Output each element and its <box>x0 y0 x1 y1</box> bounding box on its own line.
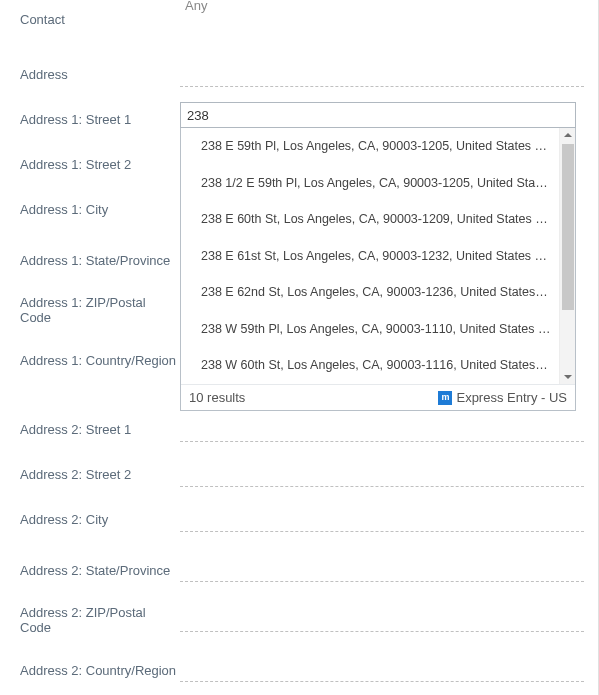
field-label-a1_city: Address 1: City <box>20 202 180 218</box>
suggestions-footer: 10 results m Express Entry - US <box>181 384 575 410</box>
field-row-address: Address <box>0 55 598 95</box>
suggestion-item[interactable]: 238 E 60th St, Los Angeles, CA, 90003-12… <box>201 207 575 231</box>
field-value-a2_state[interactable] <box>180 558 584 582</box>
suggestions-scrollbar[interactable] <box>559 128 575 384</box>
suggestion-item[interactable]: 238 E 62nd St, Los Angeles, CA, 90003-12… <box>201 280 575 304</box>
field-value-contact <box>180 8 584 32</box>
field-label-a1_street2: Address 1: Street 2 <box>20 157 180 173</box>
provider-label: m Express Entry - US <box>438 390 567 405</box>
field-value-address[interactable] <box>180 63 584 87</box>
suggestion-item[interactable]: 238 1/2 E 59th Pl, Los Angeles, CA, 9000… <box>201 171 575 195</box>
address-suggestions-dropdown: 238 E 59th Pl, Los Angeles, CA, 90003-12… <box>180 128 576 411</box>
field-label-a2_street2: Address 2: Street 2 <box>20 467 180 483</box>
field-row-a2_country: Address 2: Country/Region <box>0 650 598 690</box>
field-value-a2_city[interactable] <box>180 508 584 532</box>
field-label-address: Address <box>20 67 180 83</box>
field-row-a2_city: Address 2: City <box>0 500 598 540</box>
results-count: 10 results <box>189 390 438 405</box>
field-row-a2_zip: Address 2: ZIP/Postal Code <box>0 600 598 640</box>
field-value-a2_country[interactable] <box>180 658 584 682</box>
field-row-a2_state: Address 2: State/Province <box>0 550 598 590</box>
field-label-a2_city: Address 2: City <box>20 512 180 528</box>
field-label-a1_country: Address 1: Country/Region <box>20 353 180 368</box>
field-label-a1_zip: Address 1: ZIP/Postal Code <box>20 295 180 325</box>
field-label-a2_zip: Address 2: ZIP/Postal Code <box>20 605 180 635</box>
field-label-a2_country: Address 2: Country/Region <box>20 663 180 678</box>
field-label-a2_street1: Address 2: Street 1 <box>20 422 180 438</box>
form-container: Any ContactAddressAddress 1: Street 1Add… <box>0 0 599 695</box>
provider-text: Express Entry - US <box>456 390 567 405</box>
field-label-contact: Contact <box>20 12 180 28</box>
suggestion-item[interactable]: 238 E 59th Pl, Los Angeles, CA, 90003-12… <box>201 134 575 158</box>
scroll-thumb[interactable] <box>562 144 574 310</box>
field-label-a1_state: Address 1: State/Province <box>20 253 180 268</box>
field-row-a2_street2: Address 2: Street 2 <box>0 455 598 495</box>
suggestion-item[interactable]: 238 W 59th Pl, Los Angeles, CA, 90003-11… <box>201 317 575 341</box>
suggestion-item[interactable]: 238 W 60th St, Los Angeles, CA, 90003-11… <box>201 353 575 377</box>
field-label-a2_state: Address 2: State/Province <box>20 563 180 578</box>
field-value-a2_zip[interactable] <box>180 608 584 632</box>
field-value-a2_street1[interactable] <box>180 418 584 442</box>
scroll-down-icon[interactable] <box>564 375 572 379</box>
field-row-contact: Contact <box>0 0 598 40</box>
scroll-up-icon[interactable] <box>564 133 572 137</box>
field-value-a2_street2[interactable] <box>180 463 584 487</box>
field-label-a1_street1: Address 1: Street 1 <box>20 112 180 128</box>
suggestions-list: 238 E 59th Pl, Los Angeles, CA, 90003-12… <box>181 128 575 384</box>
field-row-a2_street1: Address 2: Street 1 <box>0 410 598 450</box>
melissa-icon: m <box>438 391 452 405</box>
address1-street1-input[interactable] <box>180 102 576 128</box>
suggestion-item[interactable]: 238 E 61st St, Los Angeles, CA, 90003-12… <box>201 244 575 268</box>
